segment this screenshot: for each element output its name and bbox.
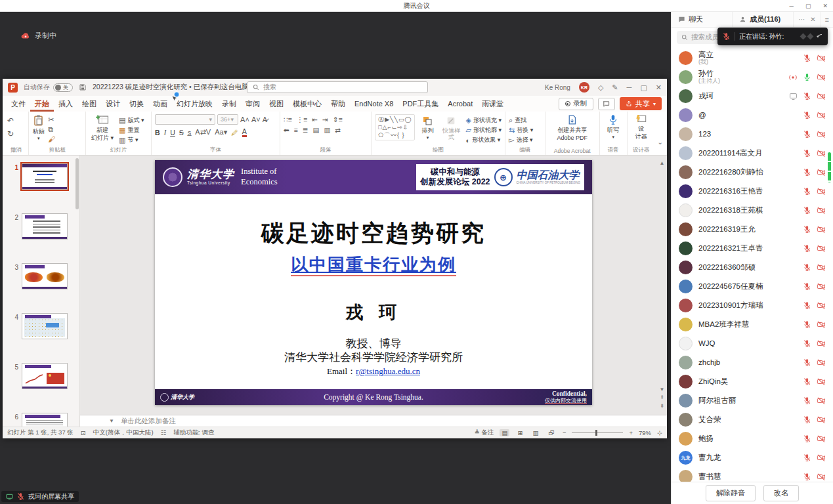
mic-muted-icon[interactable] bbox=[803, 358, 811, 367]
mic-muted-icon[interactable] bbox=[803, 301, 811, 310]
share-button[interactable]: 共享 ▾ bbox=[620, 97, 662, 110]
italic-icon[interactable]: I bbox=[164, 129, 167, 136]
camera-off-icon[interactable] bbox=[817, 320, 826, 329]
member-row[interactable]: @ bbox=[672, 106, 833, 125]
ribbon-tab[interactable]: 审阅 bbox=[241, 96, 265, 112]
camera-off-icon[interactable] bbox=[817, 358, 826, 367]
slide-thumbnail[interactable]: 3 bbox=[11, 263, 79, 289]
zoom-slider[interactable] bbox=[572, 432, 623, 433]
text-shadow-icon[interactable]: s̲ bbox=[188, 129, 192, 136]
member-row[interactable]: ZhiQin吴 bbox=[672, 372, 833, 391]
ppt-restore-icon[interactable]: ▢ bbox=[640, 83, 647, 92]
undo-icon[interactable]: ↶ bbox=[7, 116, 14, 125]
camera-off-icon[interactable] bbox=[817, 168, 826, 177]
ribbon-tab[interactable]: 插入 bbox=[54, 96, 77, 112]
collapse-ribbon-icon[interactable]: ⌄ bbox=[655, 112, 666, 155]
accessibility-status[interactable]: 辅助功能: 调查 bbox=[173, 429, 214, 437]
member-row[interactable]: MBA2班李祥慧 bbox=[672, 315, 833, 334]
ribbon-tab[interactable]: 设计 bbox=[101, 96, 125, 112]
justify-icon[interactable]: ▤ bbox=[313, 126, 320, 134]
screen-share-badge[interactable]: 戎珂的屏幕共享 bbox=[1, 491, 79, 502]
thumbnail-preview[interactable] bbox=[22, 213, 68, 240]
mic-muted-icon[interactable] bbox=[803, 320, 811, 329]
save-icon[interactable] bbox=[79, 83, 87, 91]
tab-chat[interactable]: 聊天 bbox=[672, 12, 733, 27]
member-row[interactable]: 曹书慧 bbox=[672, 467, 833, 482]
minimize-icon[interactable]: ─ bbox=[790, 3, 794, 9]
slide-scrollbar[interactable]: ▲ ▼ ⇞ ⇟ bbox=[658, 159, 666, 411]
reset-button[interactable]: ▦重置 bbox=[119, 126, 144, 135]
email-link[interactable]: r@tsinghua.edu.cn bbox=[356, 366, 420, 376]
collapse-arrow-icon[interactable] bbox=[815, 33, 823, 40]
shape-outline-button[interactable]: ▱形状轮廓 ▾ bbox=[465, 126, 502, 135]
member-row[interactable]: 123 bbox=[672, 125, 833, 144]
char-spacing-icon[interactable]: A⇄V bbox=[195, 128, 211, 136]
comments-button[interactable] bbox=[598, 98, 615, 110]
member-row[interactable]: 2022011914高文月 bbox=[672, 144, 833, 163]
camera-off-icon[interactable] bbox=[817, 301, 826, 310]
select-button[interactable]: ▻选择 ▾ bbox=[509, 136, 533, 144]
camera-off-icon[interactable] bbox=[817, 92, 826, 100]
thumbnail-preview[interactable] bbox=[22, 313, 68, 339]
ribbon-tab[interactable]: PDF工具集 bbox=[398, 96, 443, 112]
indent-icon[interactable]: ⇥ bbox=[322, 116, 328, 123]
slide-sorter-icon[interactable]: ⊞ bbox=[515, 429, 524, 436]
panel-menu-icon[interactable]: ≡ bbox=[821, 12, 833, 27]
slide-thumbnail[interactable]: 6 bbox=[11, 413, 79, 427]
mic-muted-icon[interactable] bbox=[803, 434, 811, 443]
mic-muted-icon[interactable] bbox=[803, 149, 811, 158]
thumbnail-preview[interactable] bbox=[22, 263, 68, 289]
slide-thumbnail[interactable]: 2 bbox=[11, 213, 79, 240]
mic-active-icon[interactable] bbox=[803, 73, 811, 81]
shapes-gallery[interactable]: Ⓐ▶╲╲▭◯ □△⌐⌙⇨⇩ ⬠⌒〰{ } bbox=[375, 114, 415, 140]
mic-muted-icon[interactable] bbox=[803, 111, 811, 119]
mic-muted-icon[interactable] bbox=[803, 168, 811, 177]
member-row[interactable]: 孙竹(主持人) bbox=[672, 68, 833, 87]
camera-off-icon[interactable] bbox=[817, 149, 826, 158]
find-button[interactable]: ⌕查找 bbox=[509, 116, 533, 125]
layout-icon[interactable] bbox=[800, 33, 807, 40]
scroll-down-icon[interactable]: ▼ bbox=[660, 386, 665, 394]
more-options-icon[interactable]: ··· bbox=[798, 16, 805, 23]
mic-muted-icon[interactable] bbox=[803, 54, 811, 62]
camera-off-icon[interactable] bbox=[817, 434, 826, 443]
member-row[interactable]: 2022216316王艳青 bbox=[672, 182, 833, 201]
ribbon-tab[interactable]: 视图 bbox=[265, 96, 288, 112]
ppt-close-icon[interactable]: ✕ bbox=[656, 83, 662, 92]
align-right-icon[interactable]: ≣ bbox=[303, 126, 309, 134]
paste-button[interactable]: 粘贴▾ bbox=[32, 114, 45, 141]
clear-format-icon[interactable]: A̷ bbox=[263, 116, 267, 123]
mic-muted-icon[interactable] bbox=[803, 244, 811, 253]
mic-muted-icon[interactable] bbox=[803, 282, 811, 291]
slideshow-icon[interactable]: 🗗 bbox=[546, 429, 557, 436]
camera-off-icon[interactable] bbox=[817, 54, 826, 62]
columns-icon[interactable]: ▥ bbox=[324, 126, 330, 134]
camera-off-icon[interactable] bbox=[817, 130, 826, 138]
format-painter-icon[interactable]: 🖌︎ bbox=[48, 135, 55, 143]
line-spacing-icon[interactable]: ⇕≡ bbox=[333, 116, 343, 123]
reading-view-icon[interactable]: ▥ bbox=[530, 429, 540, 436]
shape-fill-button[interactable]: ◈形状填充 ▾ bbox=[465, 116, 502, 125]
ribbon-tab[interactable]: 动画 bbox=[148, 96, 172, 112]
member-row[interactable]: 2022216360邹硕 bbox=[672, 258, 833, 277]
user-avatar[interactable]: KR bbox=[579, 82, 589, 93]
align-left-icon[interactable]: ⬅̶ bbox=[284, 126, 289, 134]
change-case-icon[interactable]: Aa▾ bbox=[215, 128, 227, 136]
member-row[interactable]: 2022216318王苑棋 bbox=[672, 201, 833, 220]
new-slide-button[interactable]: 新建 幻灯片 ▾ bbox=[89, 114, 116, 142]
mic-muted-icon[interactable] bbox=[803, 339, 811, 348]
font-name-select[interactable]: ▾ bbox=[155, 114, 215, 125]
ribbon-tab[interactable]: Acrobat bbox=[443, 96, 477, 112]
numbering-icon[interactable]: ⋮≡ bbox=[297, 116, 308, 123]
rename-button[interactable]: 改名 bbox=[763, 485, 799, 501]
slide-thumbnail[interactable]: 5 bbox=[11, 363, 79, 389]
member-row[interactable]: 阿尔祖古丽 bbox=[672, 391, 833, 410]
grow-font-icon[interactable]: A˄ bbox=[240, 116, 249, 123]
cut-icon[interactable]: ✂ bbox=[48, 116, 55, 124]
create-pdf-button[interactable]: 创建并共享 Adobe PDF bbox=[557, 114, 587, 142]
ribbon-tab[interactable]: 模板中心 bbox=[288, 96, 326, 112]
strikethrough-icon[interactable]: S bbox=[179, 129, 184, 136]
member-row[interactable]: 戎珂 bbox=[672, 87, 833, 106]
copy-icon[interactable]: ⧉ bbox=[48, 125, 55, 134]
camera-off-icon[interactable] bbox=[817, 73, 826, 81]
